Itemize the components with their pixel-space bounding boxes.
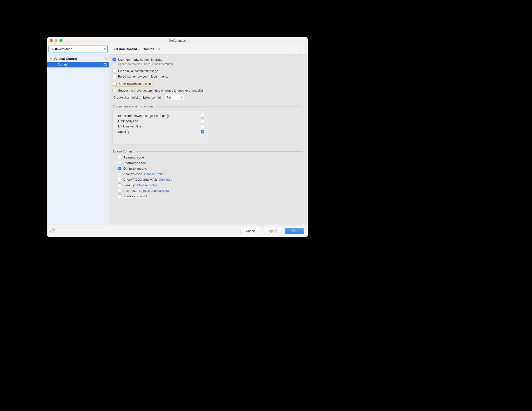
inspection-limit-subject[interactable]: Limit subject line (118, 124, 204, 129)
nav-arrows: ← → (292, 47, 304, 52)
todo-configure-link[interactable]: Configure (159, 178, 172, 182)
option-copyright[interactable]: Update copyright (118, 194, 302, 198)
checkbox-checked-icon[interactable]: ✓ (118, 167, 122, 170)
checkbox-icon[interactable] (113, 69, 116, 73)
option-suggest-move[interactable]: Suggest to move uncommitted changes to a… (113, 89, 302, 92)
group-inspections: Commit message inspections (113, 105, 302, 108)
help-icon[interactable]: ? (50, 228, 55, 233)
apply-button: Apply (264, 228, 283, 234)
scope-icon (104, 63, 106, 66)
svg-line-1 (53, 49, 54, 50)
option-todo[interactable]: Check TODO (Show All) Configure (118, 178, 302, 182)
checkbox-icon[interactable] (118, 161, 122, 165)
back-icon[interactable]: ← (292, 47, 297, 52)
option-create-changelist: Create changelist on failed commit: No (114, 95, 302, 100)
option-analyze[interactable]: Analyze code Choose profile (118, 172, 302, 176)
option-force-nonempty[interactable]: Force non-empty commit comments (113, 75, 302, 78)
option-clear-message[interactable]: Clear initial commit message (113, 69, 302, 73)
svg-point-0 (51, 48, 53, 50)
group-before-commit: Before Commit (113, 150, 302, 153)
scope-icon[interactable] (157, 48, 160, 50)
checkbox-icon[interactable] (201, 114, 204, 118)
search-input[interactable]: × (48, 46, 108, 52)
checkbox-icon[interactable] (118, 156, 122, 159)
option-run-tests[interactable]: Run Tests Choose configuration (118, 189, 302, 192)
inspection-limit-body[interactable]: Limit body line (118, 119, 204, 124)
preferences-window: Preferences × Version Control › Commit ←… (47, 37, 308, 237)
chevron-down-icon: ▾ (50, 57, 53, 60)
option-show-unversioned[interactable]: Show unversioned files (112, 81, 154, 87)
sidebar-item-version-control[interactable]: ▾ Version Control (47, 56, 109, 62)
checkbox-icon[interactable] (118, 178, 122, 182)
option-optimize[interactable]: ✓Optimize imports (118, 167, 302, 170)
option-rearrange[interactable]: Rearrange code (118, 161, 302, 165)
helper-text: Applies to projects under Git and Mercur… (118, 62, 302, 66)
option-cleanup[interactable]: Cleanup Choose profile (118, 183, 302, 187)
checkbox-icon[interactable] (118, 172, 122, 176)
checkbox-checked-icon[interactable]: ✓ (113, 58, 116, 61)
footer: ? Cancel Apply OK (47, 225, 308, 237)
changelist-select[interactable]: No (165, 95, 184, 100)
checkbox-icon[interactable] (113, 82, 117, 86)
option-non-modal[interactable]: ✓ Use non-modal commit interface (113, 58, 302, 61)
titlebar: Preferences (47, 37, 308, 44)
forward-icon: → (300, 47, 304, 52)
checkbox-icon[interactable] (201, 124, 204, 128)
tests-config-link[interactable]: Choose configuration (139, 189, 169, 192)
breadcrumb-root[interactable]: Version Control (114, 47, 137, 51)
clear-search-icon[interactable]: × (104, 47, 106, 51)
settings-content: ✓ Use non-modal commit interface Applies… (109, 54, 308, 225)
scope-icon (104, 57, 106, 60)
checkbox-icon[interactable] (113, 89, 116, 92)
option-reformat[interactable]: Reformat code (118, 156, 302, 159)
checkbox-icon[interactable] (113, 75, 116, 78)
checkbox-icon[interactable] (118, 189, 122, 192)
analyze-profile-link[interactable]: Choose profile (144, 172, 164, 176)
checkbox-icon[interactable] (118, 194, 122, 198)
checkbox-checked-icon[interactable]: ✓ (201, 130, 204, 134)
cleanup-profile-link[interactable]: Choose profile (137, 183, 157, 187)
inspection-blank-line[interactable]: Blank line between subject and body (118, 113, 204, 119)
checkbox-icon[interactable] (201, 119, 204, 123)
inspection-spelling[interactable]: Spelling✓ (118, 129, 204, 134)
breadcrumb-leaf: Commit (143, 47, 154, 51)
window-title: Preferences (47, 39, 308, 42)
cancel-button[interactable]: Cancel (240, 228, 261, 234)
inspections-panel: Blank line between subject and body Limi… (113, 111, 208, 145)
sidebar: ▾ Version Control Commit (47, 54, 109, 225)
checkbox-icon[interactable] (118, 183, 122, 187)
search-field[interactable] (55, 47, 102, 51)
breadcrumb: Version Control › Commit ← → (109, 47, 308, 52)
topbar: × Version Control › Commit ← → (47, 44, 308, 54)
search-icon (50, 48, 54, 51)
chevron-right-icon: › (139, 47, 140, 51)
ok-button[interactable]: OK (285, 228, 304, 234)
sidebar-item-commit[interactable]: Commit (47, 62, 109, 67)
